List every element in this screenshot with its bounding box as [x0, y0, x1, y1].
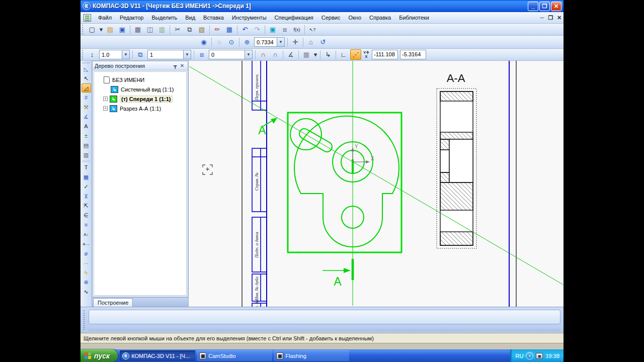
parameterization-icon[interactable]: ∡	[82, 112, 91, 121]
paste-icon[interactable]: ▧	[196, 24, 207, 35]
show-all-icon[interactable]: ⌂	[305, 37, 316, 47]
zoom-area-icon[interactable]: ◺	[82, 64, 91, 73]
menu-справка[interactable]: Справка	[365, 13, 395, 22]
zoom-selected-icon[interactable]: ◉	[198, 37, 209, 47]
language-indicator[interactable]: RU	[516, 353, 524, 359]
menu-вставка[interactable]: Вставка	[199, 13, 228, 22]
zoom-scale-combo[interactable]: 0.7334▼	[254, 37, 285, 47]
open-folder-icon[interactable]: ▤	[105, 24, 116, 35]
menu-библиотеки[interactable]: Библиотеки	[395, 13, 433, 22]
cut-icon[interactable]: ✂	[172, 24, 183, 35]
snap-angle-magnet-icon[interactable]: ∩	[270, 49, 281, 60]
coord-x-field[interactable]: -111.108	[372, 50, 398, 59]
ortho-icon[interactable]: ∟	[338, 49, 349, 60]
text-down-icon[interactable]: A↓	[82, 230, 91, 239]
variables-window-icon[interactable]: ▣	[267, 24, 278, 35]
menu-редактор[interactable]: Редактор	[116, 13, 147, 22]
zoom-in-icon[interactable]: ⊕	[242, 37, 253, 47]
pin-icon[interactable]: ┳	[172, 63, 179, 68]
designations-a-icon[interactable]: A	[82, 122, 91, 131]
view-combo-value[interactable]: 1	[148, 52, 183, 58]
dimensions-icon[interactable]: #	[82, 93, 91, 102]
step-combo-value[interactable]: 1.0	[100, 52, 122, 58]
table-tool-icon[interactable]: ▦	[82, 172, 91, 182]
grid-icon[interactable]: ▦	[301, 49, 312, 60]
reports-icon[interactable]: ▥	[82, 150, 91, 159]
property-panel-grip[interactable]	[84, 310, 85, 330]
angle-snap-icon[interactable]: ∡	[285, 49, 296, 60]
pan-icon[interactable]: ✛	[290, 37, 301, 47]
context-help-icon[interactable]: ↖?	[307, 24, 318, 35]
menu-файл[interactable]: Файл	[94, 13, 116, 22]
layers-icon[interactable]: ⧈	[196, 49, 207, 60]
tree-root-row[interactable]: БЕЗ ИМЕНИ	[96, 75, 184, 84]
copy-icon[interactable]: ⧉	[184, 24, 195, 35]
layer-combo[interactable]: 0▼	[209, 50, 253, 59]
text-tool-icon[interactable]: T	[82, 163, 91, 172]
mdi-close-button[interactable]: ✕	[555, 15, 564, 21]
taskbar-task-1[interactable]: ККОМПАС-3D V11 - [Ч...	[120, 350, 195, 361]
hide-icons-chevron-icon[interactable]: ‹	[526, 352, 533, 359]
roughness-icon[interactable]: ✓	[82, 182, 91, 191]
fence-icon[interactable]: ≡	[82, 220, 91, 229]
specification-icon[interactable]: ▤	[82, 141, 91, 150]
layer-combo-value[interactable]: 0	[209, 52, 245, 58]
print-preview-icon[interactable]: ◫	[144, 24, 155, 35]
document-menu-icon[interactable]	[84, 14, 91, 22]
local-cs-icon[interactable]: ↳	[323, 49, 334, 60]
minimize-button[interactable]: _	[528, 2, 538, 11]
print-icon[interactable]: ▦	[132, 24, 143, 35]
zoom-fit-icon[interactable]: ⊙	[226, 37, 237, 47]
taskbar-task-3[interactable]: ▣Flashing	[274, 350, 349, 361]
parametric-mode-icon[interactable]: ⋰	[350, 49, 361, 60]
leader-e-icon[interactable]: ∈	[82, 211, 91, 220]
close-button[interactable]: ✕	[551, 2, 561, 11]
spreadsheet-icon[interactable]: ▦	[224, 24, 235, 35]
toolbar-grip[interactable]	[82, 25, 85, 34]
measure-icon[interactable]: ↖	[82, 74, 91, 83]
quick-help-icon[interactable]: ⧈	[279, 24, 290, 35]
center-marker-icon[interactable]: ⊕	[82, 278, 91, 287]
menu-инструменты[interactable]: Инструменты	[228, 13, 271, 22]
mdi-minimize-button[interactable]: ─	[538, 15, 546, 21]
diameter-icon[interactable]: ⌀	[82, 249, 91, 258]
expand-icon[interactable]: +	[103, 97, 108, 101]
chevron-down-icon[interactable]: ▼	[277, 38, 284, 46]
menu-вид[interactable]: Вид	[181, 13, 199, 22]
selection-plusminus-icon[interactable]: ±	[82, 131, 91, 140]
base-designation-icon[interactable]: ⊻	[82, 192, 91, 201]
chevron-down-icon[interactable]: ▼	[122, 50, 129, 59]
format-brush-icon[interactable]: ✏	[212, 24, 223, 35]
wave-line-icon[interactable]: ∿	[82, 287, 91, 296]
expand-icon[interactable]: +	[103, 106, 108, 111]
chevron-down-icon[interactable]: ▼	[245, 50, 252, 59]
step-combo[interactable]: 1.0▼	[99, 50, 130, 59]
refresh-image-icon[interactable]: ↺	[317, 37, 329, 47]
new-dropdown-icon[interactable]: ▾	[99, 24, 104, 35]
save-icon[interactable]: ▣	[117, 24, 128, 35]
coord-y-field[interactable]: -5.3164	[400, 50, 426, 59]
menu-спецификация[interactable]: Спецификация	[271, 13, 317, 22]
lightning-icon[interactable]: ϟ	[82, 268, 91, 277]
title-bar[interactable]: К КОМПАС-3D V11 - [Чертеж БЕЗ ИМЕНИ1 ->С…	[80, 0, 564, 12]
undo-icon[interactable]: ↶	[239, 24, 251, 35]
close-panel-icon[interactable]: ✕	[179, 63, 186, 68]
tree-item-row[interactable]: ↳Системный вид (1:1)	[96, 84, 184, 94]
tree-item-row[interactable]: +↳(т) Спереди 1 (1:1)	[96, 94, 184, 104]
text-right-icon[interactable]: A→	[82, 239, 91, 248]
leader-arrows-icon[interactable]: ⇱	[82, 201, 91, 210]
menu-сервис[interactable]: Сервис	[317, 13, 345, 22]
geometry-icon[interactable]: ◿	[82, 83, 91, 93]
panel-grip[interactable]	[83, 62, 89, 63]
fx-icon[interactable]: f(x)	[291, 24, 302, 35]
tab-construction[interactable]: Построение	[93, 298, 133, 307]
zoom-frame-icon[interactable]: ◌	[214, 37, 225, 47]
drawing-geometry[interactable]: А А	[189, 61, 563, 306]
camstudio-tray-icon[interactable]: ▣	[536, 353, 543, 359]
restore-button[interactable]: ❐	[539, 2, 550, 11]
toolbar-grip[interactable]	[82, 50, 85, 59]
menu-окно[interactable]: Окно	[344, 13, 365, 22]
current-step-icon[interactable]: ↕	[87, 49, 98, 60]
section-view-a-a[interactable]: А-А	[437, 72, 476, 248]
zoom-scale-combo-value[interactable]: 0.7334	[255, 39, 277, 45]
